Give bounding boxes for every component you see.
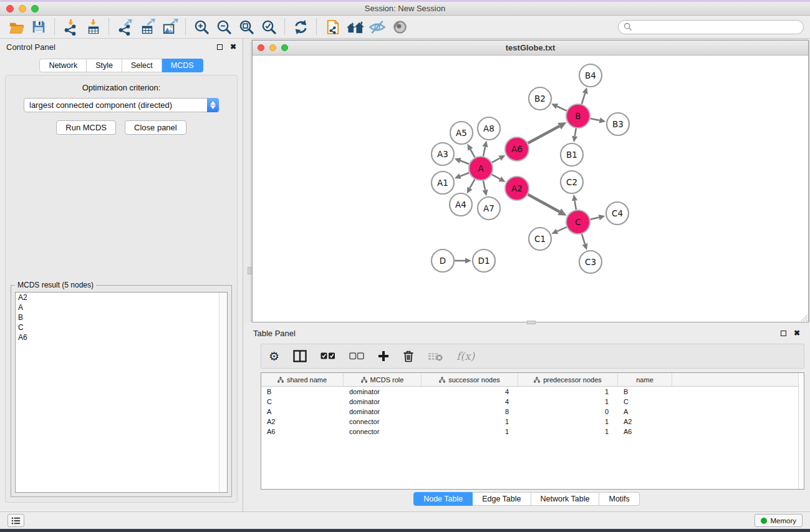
table-scrollbar[interactable]: [798, 373, 804, 489]
table-cell[interactable]: A6: [261, 427, 344, 437]
export-image-button[interactable]: [158, 17, 181, 37]
table-cell[interactable]: 4: [422, 387, 518, 397]
table-cell[interactable]: A2: [618, 417, 672, 427]
vertical-splitter-handle[interactable]: [248, 267, 251, 274]
column-header-MCDS-role[interactable]: MCDS role: [344, 373, 422, 386]
table-cell[interactable]: C: [618, 397, 672, 407]
tab-select[interactable]: Select: [122, 59, 162, 72]
node-table[interactable]: shared nameMCDS rolesuccessor nodesprede…: [261, 372, 804, 490]
table-cell[interactable]: A: [261, 407, 344, 417]
table-cell[interactable]: 4: [422, 397, 518, 407]
edge-B-B4[interactable]: [582, 94, 585, 104]
edge-A-A7[interactable]: [483, 181, 485, 190]
column-header-name[interactable]: name: [618, 373, 672, 386]
edge-B-B2[interactable]: [557, 107, 567, 111]
search-box[interactable]: [618, 20, 804, 34]
edge-A-A1[interactable]: [460, 173, 469, 176]
run-mcds-button[interactable]: Run MCDS: [56, 120, 116, 135]
edge-A2-C[interactable]: [528, 195, 560, 212]
table-cell[interactable]: 1: [518, 417, 618, 427]
result-item[interactable]: A6: [16, 332, 227, 342]
resize-grip-icon[interactable]: [799, 313, 808, 321]
table-cell[interactable]: connector: [344, 417, 422, 427]
edge-A-A6[interactable]: [492, 158, 500, 163]
edge-A-A2[interactable]: [492, 175, 500, 179]
close-table-panel-icon[interactable]: ✖: [794, 329, 800, 337]
table-options-button[interactable]: ⚙: [269, 347, 279, 365]
table-row[interactable]: Adominator80A: [261, 407, 804, 417]
tab-node-table[interactable]: Node Table: [413, 492, 473, 506]
table-cell[interactable]: 1: [422, 417, 518, 427]
combo-stepper[interactable]: [207, 98, 219, 112]
search-input[interactable]: [635, 22, 798, 31]
table-cell[interactable]: A6: [618, 427, 672, 437]
show-column-button[interactable]: [293, 347, 307, 365]
deselect-all-columns-button[interactable]: [349, 347, 364, 365]
table-cell[interactable]: 8: [422, 407, 518, 417]
edge-A6-B[interactable]: [528, 126, 560, 143]
network-canvas[interactable]: B4B2BB3A5A8A6B1A3AA1C2A2A4A7C4CC1C3DD1: [253, 56, 808, 322]
edge-A-A3[interactable]: [460, 161, 469, 164]
table-cell[interactable]: C: [261, 397, 344, 407]
edge-C-C4[interactable]: [591, 218, 599, 220]
edge-B-B1[interactable]: [575, 128, 576, 137]
tab-mcds[interactable]: MCDS: [162, 59, 203, 72]
create-column-button[interactable]: [378, 347, 389, 365]
edge-A-A8[interactable]: [483, 147, 485, 156]
duplicate-network-button[interactable]: [321, 17, 344, 37]
zoom-in-button[interactable]: [190, 17, 213, 37]
hide-panel-button[interactable]: [366, 17, 388, 37]
table-cell[interactable]: 0: [518, 407, 618, 417]
export-table-button[interactable]: [136, 17, 158, 37]
result-item[interactable]: A: [16, 302, 227, 312]
edge-A-A4[interactable]: [470, 180, 475, 188]
column-header-successor-nodes[interactable]: successor nodes: [422, 373, 518, 386]
open-session-button[interactable]: [5, 17, 27, 37]
zoom-selected-button[interactable]: [258, 17, 280, 37]
result-item[interactable]: C: [16, 322, 227, 332]
result-scrollbar[interactable]: [219, 293, 227, 492]
table-cell[interactable]: 1: [518, 427, 618, 437]
zoom-out-button[interactable]: [213, 17, 235, 37]
tab-edge-table[interactable]: Edge Table: [473, 492, 531, 506]
tab-network[interactable]: Network: [39, 59, 87, 72]
table-cell[interactable]: A: [618, 407, 672, 417]
close-panel-icon[interactable]: ✖: [230, 43, 236, 51]
edge-C-C1[interactable]: [557, 227, 566, 231]
table-row[interactable]: Cdominator41C: [261, 397, 804, 407]
save-session-button[interactable]: [27, 17, 50, 37]
table-cell[interactable]: 1: [422, 427, 518, 437]
mcds-result-list[interactable]: A2ABCA6: [15, 292, 228, 493]
result-item[interactable]: B: [16, 312, 227, 322]
table-cell[interactable]: 1: [518, 387, 618, 397]
network-window-titlebar[interactable]: testGlobe.txt: [253, 41, 808, 56]
table-row[interactable]: A6connector11A6: [261, 427, 804, 437]
table-cell[interactable]: 1: [518, 397, 618, 407]
column-header-predecessor-nodes[interactable]: predecessor nodes: [518, 373, 618, 386]
table-cell[interactable]: B: [618, 387, 672, 397]
export-network-button[interactable]: [113, 17, 136, 37]
apply-layout-button[interactable]: [289, 17, 312, 37]
import-table-button[interactable]: [82, 17, 104, 37]
table-cell[interactable]: B: [261, 387, 344, 397]
table-cell[interactable]: dominator: [344, 387, 422, 397]
tab-motifs[interactable]: Motifs: [599, 492, 639, 506]
table-cell[interactable]: dominator: [344, 397, 422, 407]
delete-table-button[interactable]: [428, 347, 443, 365]
table-row[interactable]: Bdominator41B: [261, 387, 804, 397]
import-network-button[interactable]: [59, 17, 82, 37]
horizontal-splitter-handle[interactable]: [527, 321, 536, 324]
memory-button[interactable]: Memory: [755, 514, 803, 527]
float-panel-icon[interactable]: [217, 44, 223, 50]
function-builder-button[interactable]: f(x): [456, 347, 475, 365]
table-cell[interactable]: connector: [344, 427, 422, 437]
table-row[interactable]: A2connector11A2: [261, 417, 804, 427]
float-table-panel-icon[interactable]: [781, 331, 786, 336]
edge-C-C3[interactable]: [582, 234, 585, 244]
task-history-button[interactable]: [7, 514, 24, 527]
home-view-button[interactable]: [344, 17, 366, 37]
select-all-columns-button[interactable]: [321, 347, 335, 365]
show-panel-button[interactable]: [388, 17, 411, 37]
zoom-fit-button[interactable]: [235, 17, 258, 37]
tab-style[interactable]: Style: [87, 59, 122, 72]
